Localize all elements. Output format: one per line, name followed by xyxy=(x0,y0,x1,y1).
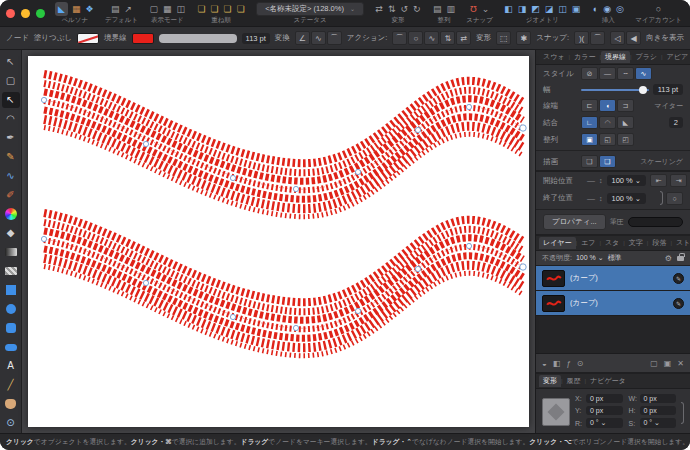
insert-behind-icon[interactable]: ◐ xyxy=(592,3,599,15)
path-node[interactable] xyxy=(293,186,298,191)
curve-spine[interactable] xyxy=(44,100,523,189)
transform-mode-icon[interactable]: ⬚ xyxy=(496,31,511,45)
node-tool-sync-icon[interactable]: ◀ xyxy=(626,31,641,45)
boolean-add-icon[interactable]: ◧ xyxy=(503,3,514,15)
boolean-combine-icon[interactable]: ◫ xyxy=(557,3,568,15)
no-stroke-icon[interactable]: ⊘ xyxy=(581,67,598,80)
opacity-value[interactable]: 100 % ⌄ xyxy=(576,254,604,262)
zoom-tool[interactable]: ⊙ xyxy=(2,415,20,431)
tab-stroke-3[interactable]: ブラシ xyxy=(632,51,662,63)
layer-row[interactable]: (カーブ)✎ xyxy=(536,266,690,291)
tab-layers-4[interactable]: 段落 xyxy=(648,237,670,249)
pen-tool[interactable]: ✒ xyxy=(2,130,20,146)
flip-vertical-icon[interactable]: ⇅ xyxy=(387,3,397,15)
tab-layers-5[interactable]: スト xyxy=(672,237,690,249)
fx-icon[interactable]: ƒ xyxy=(566,359,570,368)
tire-track-stroke[interactable] xyxy=(41,213,526,356)
move-to-back-icon[interactable]: ❏ xyxy=(236,3,246,15)
layer-edit-badge[interactable]: ✎ xyxy=(673,298,684,309)
path-node[interactable] xyxy=(520,264,526,270)
share-icon[interactable]: ↗ xyxy=(124,3,134,15)
w-field[interactable]: 0 px xyxy=(640,394,677,403)
tab-layers-3[interactable]: 文字 xyxy=(625,237,647,249)
transparency-tool[interactable] xyxy=(2,263,20,279)
fill-tool[interactable]: ◆ xyxy=(2,225,20,241)
ellipse-tool[interactable] xyxy=(2,301,20,317)
node-tool[interactable]: ↖ xyxy=(2,92,20,108)
artboard-tool[interactable]: ▢ xyxy=(2,73,20,89)
align-icon[interactable]: ▤ xyxy=(432,3,443,15)
rectangle-tool[interactable] xyxy=(2,282,20,298)
document-page[interactable] xyxy=(28,56,529,427)
color-picker-tool[interactable]: ╱ xyxy=(2,377,20,393)
vector-view-icon[interactable]: ▢ xyxy=(149,3,160,15)
solid-stroke-icon[interactable]: — xyxy=(599,67,616,80)
tab-transform-0[interactable]: 変形 xyxy=(539,375,561,387)
path-node[interactable] xyxy=(293,325,298,330)
h-field[interactable]: 0 px xyxy=(640,406,677,415)
vector-brush-tool[interactable]: ∿ xyxy=(2,168,20,184)
magnet-icon[interactable]: Ω xyxy=(469,3,478,15)
anchor-selector[interactable] xyxy=(542,398,570,426)
stroke-width-value[interactable]: 113 pt xyxy=(242,33,270,44)
align-outside-button[interactable]: ◰ xyxy=(617,133,634,146)
convert-smooth-icon[interactable]: ∿ xyxy=(311,31,326,45)
move-to-front-icon[interactable]: ❏ xyxy=(196,3,206,15)
boolean-separate-icon[interactable]: ▣ xyxy=(571,3,582,15)
close-curve-icon[interactable]: ○ xyxy=(408,31,423,45)
start-field[interactable]: 100 % ⌄ xyxy=(607,175,647,186)
tab-layers-1[interactable]: エフ xyxy=(577,237,599,249)
align-center-button[interactable]: ▣ xyxy=(581,133,598,146)
end-stepper[interactable]: ↕ xyxy=(599,195,603,202)
stroke-width-preview[interactable] xyxy=(159,34,237,43)
text-tool[interactable]: A xyxy=(2,358,20,374)
canvas-area[interactable] xyxy=(22,50,535,433)
insert-inside-icon[interactable]: ◉ xyxy=(602,3,612,15)
reverse-curve-icon[interactable]: ⇄ xyxy=(456,31,471,45)
rotate-cw-icon[interactable]: ↻ xyxy=(412,3,422,15)
stroke-swatch[interactable] xyxy=(132,33,154,44)
snap-off-curve-icon[interactable]: ⌒ xyxy=(590,31,605,45)
tab-transform-1[interactable]: 履歴 xyxy=(563,375,585,387)
pixel-view-icon[interactable]: ▦ xyxy=(162,3,173,15)
document-icon[interactable]: ▤ xyxy=(110,3,121,15)
size-link-icon[interactable] xyxy=(681,402,684,424)
snap-to-geometry-icon[interactable]: )( xyxy=(574,31,589,45)
tab-layers-2[interactable]: スタ xyxy=(601,237,623,249)
break-curve-icon[interactable]: ⌒ xyxy=(392,31,407,45)
designer-persona-icon[interactable]: ◣ xyxy=(55,2,68,16)
path-node[interactable] xyxy=(143,280,148,285)
document-title[interactable]: <名称未設定> (128.0%)⌄ xyxy=(256,2,364,16)
width-slider[interactable] xyxy=(581,89,649,91)
blend-mode-select[interactable]: 標準 xyxy=(608,253,622,263)
export-persona-icon[interactable]: ❖ xyxy=(84,3,94,15)
pressure-graph[interactable] xyxy=(628,217,683,227)
tab-stroke-1[interactable]: カラー xyxy=(570,51,599,63)
tab-stroke-0[interactable]: スウォ xyxy=(539,51,569,63)
rotate-ccw-icon[interactable]: ↺ xyxy=(399,3,409,15)
square-cap-button[interactable]: ⊐ xyxy=(617,99,634,112)
tire-track-stroke[interactable] xyxy=(41,74,526,217)
minimize-window-button[interactable] xyxy=(21,9,30,18)
arrow-none-button[interactable]: ○ xyxy=(666,192,683,205)
path-node[interactable] xyxy=(143,141,148,146)
path-node[interactable] xyxy=(520,125,526,131)
convert-smart-icon[interactable]: ⌒ xyxy=(327,31,342,45)
dash-stroke-icon[interactable]: ╌ xyxy=(617,67,634,80)
bevel-join-button[interactable]: ◣ xyxy=(617,116,634,129)
fill-swatch[interactable] xyxy=(77,33,99,44)
paint-brush-tool[interactable]: ✐ xyxy=(2,187,20,203)
brush-stroke-icon[interactable]: ∿ xyxy=(635,67,652,80)
mask-icon[interactable]: ◧ xyxy=(553,359,561,368)
arrow-end-button[interactable]: ⇥ xyxy=(670,174,687,187)
smooth-curve-icon[interactable]: ∿ xyxy=(424,31,439,45)
pixel-persona-icon[interactable]: ▦ xyxy=(71,3,82,15)
split-view-icon[interactable]: ◫ xyxy=(176,3,187,15)
zoom-window-button[interactable] xyxy=(36,9,45,18)
boolean-divide-icon[interactable]: ◪ xyxy=(544,3,555,15)
color-wheel[interactable] xyxy=(2,206,20,222)
pill-tool[interactable] xyxy=(2,339,20,355)
flip-horizontal-icon[interactable]: ⇄ xyxy=(374,3,384,15)
layer-edit-badge[interactable]: ✎ xyxy=(673,273,684,284)
node-options-icon[interactable]: ✱ xyxy=(516,31,531,45)
